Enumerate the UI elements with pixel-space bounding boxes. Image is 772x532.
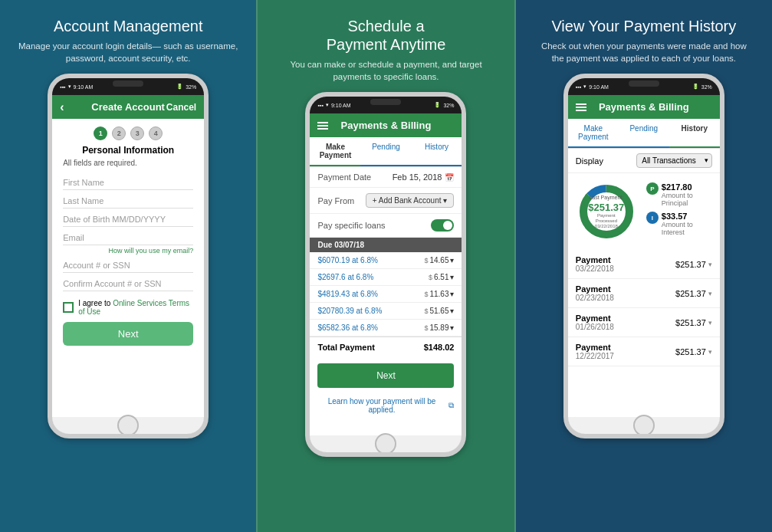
cancel-button[interactable]: Cancel — [166, 102, 196, 113]
dob-field[interactable]: Date of Birth MM/DD/YYYY — [63, 210, 193, 227]
toggle-knob — [443, 221, 452, 230]
loan-row-2: $2697.6 at 6.8% $ 6.51 ▾ — [310, 269, 462, 286]
dropdown-icon: ▾ — [708, 348, 712, 356]
payment-amount-2[interactable]: $251.37 ▾ — [675, 289, 712, 298]
tos-link[interactable]: Online Services Terms of Use — [78, 299, 189, 316]
step-2: 2 — [112, 126, 126, 140]
phone3-status-bar: ▪▪▪ ▾ 9:10 AM 🔋 32% — [568, 78, 720, 95]
phone1-status-bar: ▪▪▪ ▾ 9:10 AM 🔋 32% — [52, 78, 204, 95]
pay-specific-toggle[interactable] — [431, 219, 454, 232]
donut-center-text: Last Payment: $251.37 Payment Processed0… — [588, 195, 624, 229]
tos-text: I agree to Online Services Terms of Use — [78, 299, 193, 316]
payment-date-row: Payment Date Feb 15, 2018 📅 — [310, 167, 462, 188]
phone3-home — [568, 417, 720, 434]
pay-from-label: Pay From — [317, 196, 354, 205]
total-payment-row: Total Payment $148.02 — [310, 337, 462, 357]
step-3: 3 — [130, 126, 144, 140]
first-name-field[interactable]: First Name — [63, 173, 193, 190]
payment-amount-1[interactable]: $251.37 ▾ — [675, 260, 712, 269]
home-button[interactable] — [633, 415, 655, 436]
dropdown-icon: ▾ — [450, 290, 454, 298]
menu-button[interactable] — [576, 103, 586, 111]
loan-link-1[interactable]: $6070.19 at 6.8% — [317, 256, 377, 264]
loan-amount-2: $ 6.51 ▾ — [429, 273, 454, 281]
external-link-icon: ⧉ — [448, 401, 454, 410]
chart-area: Last Payment: $251.37 Payment Processed0… — [568, 173, 720, 250]
payment-form: Payment Date Feb 15, 2018 📅 Pay From + A… — [310, 167, 462, 417]
panel1-title: Account Management — [54, 17, 203, 35]
payment-amount-3[interactable]: $251.37 ▾ — [675, 318, 712, 327]
battery-level: 32% — [701, 84, 712, 90]
legend-principal: P $217.80 Amount to Principal — [646, 182, 712, 207]
confirm-account-ssn-field[interactable]: Confirm Account # or SSN — [63, 274, 193, 291]
tab-history[interactable]: History — [669, 119, 720, 148]
status-time: 9:10 AM — [74, 84, 94, 90]
loan-row-4: $20780.39 at 6.8% $ 51.65 ▾ — [310, 303, 462, 320]
battery-icon: 🔋 — [692, 84, 699, 90]
total-label: Total Payment — [317, 343, 374, 352]
email-hint-link[interactable]: How will you use my email? — [63, 247, 193, 255]
tab-pending[interactable]: Pending — [360, 137, 411, 166]
panel-payment-history: View Your Payment History Check out when… — [516, 0, 772, 532]
panel2-title: Schedule aPayment Anytime — [327, 17, 446, 54]
tab-pending[interactable]: Pending — [619, 119, 669, 148]
payment-info-3: Payment 01/26/2018 — [576, 314, 614, 331]
interest-badge: I — [646, 212, 659, 224]
display-filter-row: Display All Transactions ▾ — [568, 149, 720, 173]
payment-row-2: Payment 02/23/2018 $251.37 ▾ — [568, 279, 720, 308]
payment-date-value[interactable]: Feb 15, 2018 📅 — [393, 172, 455, 182]
calendar-icon: 📅 — [445, 173, 454, 182]
loan-row-1: $6070.19 at 6.8% $ 14.65 ▾ — [310, 252, 462, 269]
tab-history[interactable]: History — [411, 137, 462, 166]
email-field[interactable]: Email — [63, 228, 193, 245]
payment-row-3: Payment 01/26/2018 $251.37 ▾ — [568, 308, 720, 337]
display-select[interactable]: All Transactions ▾ — [636, 153, 712, 168]
signal-icon: ▪▪▪ — [576, 84, 581, 90]
loan-link-4[interactable]: $20780.39 at 6.8% — [317, 307, 382, 315]
phone1-home — [52, 417, 204, 434]
panel1-subtitle: Manage your account login details— such … — [12, 40, 244, 64]
payment-row-4: Payment 12/22/2017 $251.37 ▾ — [568, 337, 720, 366]
interest-text: $33.57 Amount to Interest — [662, 212, 712, 236]
account-ssn-field[interactable]: Account # or SSN — [63, 256, 193, 273]
payment-amount-4[interactable]: $251.37 ▾ — [675, 347, 712, 356]
tos-checkbox[interactable] — [63, 302, 74, 313]
tab-make-payment[interactable]: Make Payment — [310, 137, 360, 166]
phone-2: ▪▪▪ ▾ 9:10 AM 🔋 32% Payments & Billing M… — [305, 92, 466, 457]
phone2-status-right: 🔋 32% — [434, 102, 454, 108]
menu-button[interactable] — [317, 122, 328, 130]
phone2-status-left: ▪▪▪ ▾ 9:10 AM — [317, 102, 350, 108]
dropdown-icon: ▾ — [450, 256, 454, 264]
back-button[interactable]: ‹ — [60, 100, 64, 114]
dropdown-icon: ▾ — [450, 307, 454, 315]
donut-chart: Last Payment: $251.37 Payment Processed0… — [576, 181, 637, 242]
payment-tabs: Make Payment Pending History — [310, 137, 462, 167]
battery-icon: 🔋 — [176, 84, 183, 90]
display-label: Display — [576, 156, 603, 166]
loan-amount-5: $ 15.89 ▾ — [424, 323, 454, 332]
loan-amount-3: $ 11.63 ▾ — [424, 290, 454, 298]
step-indicators: 1 2 3 4 — [63, 126, 193, 140]
phone1-screen: ‹ Create Account Cancel 1 2 3 4 Personal… — [52, 95, 204, 417]
next-button[interactable]: Next — [63, 322, 193, 346]
app-bar-title: Payments & Billing — [599, 101, 689, 113]
last-name-field[interactable]: Last Name — [63, 192, 193, 209]
loan-link-2[interactable]: $2697.6 at 6.8% — [317, 273, 373, 281]
create-account-form: 1 2 3 4 Personal Information All fields … — [52, 119, 204, 353]
step-1: 1 — [94, 126, 107, 140]
phone2-home — [310, 435, 462, 452]
learn-link[interactable]: Learn how your payment will be applied. … — [310, 394, 462, 417]
signal-icon: ▪▪▪ — [317, 103, 323, 108]
add-bank-button[interactable]: + Add Bank Account ▾ — [366, 193, 455, 208]
loan-link-5[interactable]: $6582.36 at 6.8% — [317, 323, 377, 332]
payment-info-4: Payment 12/22/2017 — [576, 343, 614, 360]
loan-link-3[interactable]: $4819.43 at 6.8% — [317, 290, 377, 298]
home-button[interactable] — [117, 415, 139, 436]
next-button[interactable]: Next — [317, 363, 454, 388]
status-time: 9:10 AM — [589, 84, 609, 90]
loan-header: Due 03/07/18 — [310, 238, 462, 252]
tos-checkbox-row: I agree to Online Services Terms of Use — [63, 299, 193, 316]
home-button[interactable] — [375, 433, 396, 455]
signal-icon: ▪▪▪ — [60, 84, 65, 90]
tab-make-payment[interactable]: Make Payment — [568, 119, 619, 148]
